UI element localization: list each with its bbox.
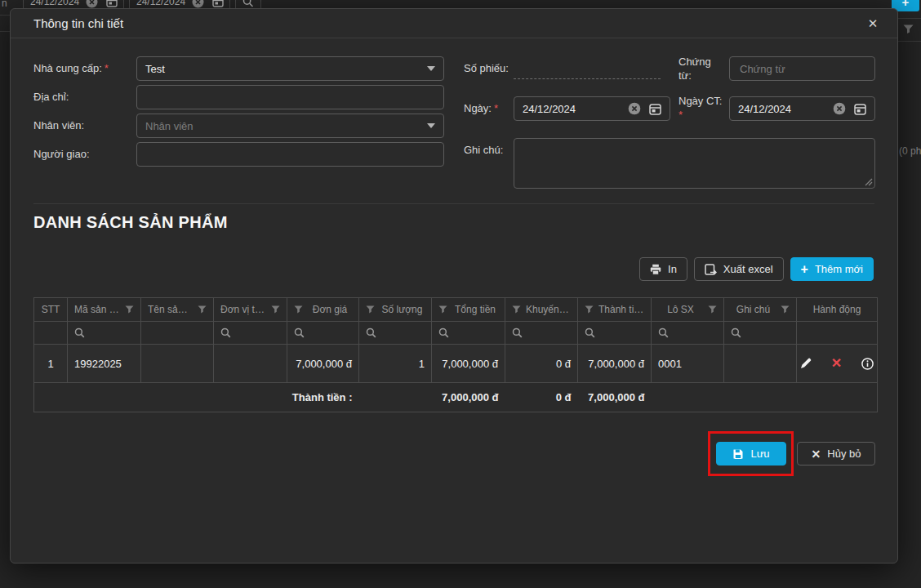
document-field-wrap (729, 56, 875, 81)
supplier-select[interactable]: Test (136, 56, 444, 81)
employee-select[interactable]: Nhân viên (136, 114, 444, 138)
document-input[interactable] (738, 62, 866, 76)
plus-icon: + (801, 263, 808, 276)
summary-thanh-tien: 7,000,000 đ (578, 383, 652, 412)
export-excel-button[interactable]: Xuất excel (694, 257, 784, 281)
filter-cell-ma[interactable] (68, 322, 141, 345)
cancel-button[interactable]: ✕ Hủy bỏ (797, 442, 875, 466)
address-input[interactable] (145, 91, 435, 105)
date-input[interactable]: 24/12/2024 (514, 96, 670, 121)
cell-stt: 1 (34, 345, 68, 383)
date-value: 24/12/2024 (523, 103, 576, 115)
col-ma-san-pham[interactable]: Mã sản ph... (68, 298, 141, 322)
clear-icon[interactable] (628, 102, 641, 115)
filter-cell-ten[interactable] (141, 322, 214, 345)
filter-icon[interactable] (512, 305, 521, 314)
document-date-input[interactable]: 24/12/2024 (729, 96, 875, 121)
printer-icon (650, 264, 661, 275)
info-icon (861, 358, 874, 370)
filter-icon[interactable] (781, 305, 790, 314)
filter-cell-khuyen-mai[interactable] (505, 322, 578, 345)
col-so-luong[interactable]: Số lượng (359, 298, 432, 322)
search-icon (74, 327, 85, 338)
calendar-icon[interactable] (854, 103, 866, 115)
employee-label: Nhân viên: (33, 114, 84, 138)
col-ghi-chu[interactable]: Ghi chú (724, 298, 797, 322)
bg-right-row-line (898, 41, 921, 42)
filter-icon[interactable] (271, 305, 280, 314)
filter-icon[interactable] (294, 305, 303, 314)
add-new-button[interactable]: + Thêm mới (790, 257, 874, 281)
info-row-button[interactable] (861, 358, 874, 370)
document-date-label: Ngày CT:* (679, 94, 723, 122)
search-icon (658, 327, 669, 338)
summary-label: Thành tiền : (34, 383, 359, 412)
delete-row-button[interactable]: ✕ (831, 357, 842, 370)
filter-cell-dvt[interactable] (214, 322, 287, 345)
screen: { "background": { "left_sliver_text": "n… (0, 0, 921, 588)
cell-hanh-dong: ✕ (797, 345, 878, 383)
calendar-icon[interactable] (212, 0, 224, 7)
print-button[interactable]: In (639, 257, 687, 281)
required-asterisk: * (494, 102, 498, 114)
filter-cell-tong-tien[interactable] (432, 322, 505, 345)
receipt-readonly-field (514, 56, 661, 79)
bg-right-partial-count: (0 phi (899, 145, 921, 157)
search-icon (366, 327, 376, 338)
cell-so-luong: 1 (359, 345, 432, 383)
section-divider (33, 203, 874, 204)
filter-cell-so-luong[interactable] (359, 322, 432, 345)
close-icon[interactable]: ✕ (865, 16, 881, 32)
col-tong-tien[interactable]: Tổng tiền (432, 298, 505, 322)
calendar-icon[interactable] (649, 103, 661, 115)
receipt-label: Số phiếu: (464, 56, 509, 81)
deliverer-input[interactable] (145, 148, 435, 162)
bg-left-sliver-text: n (2, 0, 7, 9)
search-icon (242, 0, 254, 8)
save-button[interactable]: Lưu (716, 442, 786, 466)
export-excel-label: Xuất excel (723, 263, 773, 275)
save-icon (732, 448, 744, 460)
filter-icon[interactable] (585, 305, 594, 314)
col-don-vi-tinh[interactable]: Đơn vị tính (214, 298, 287, 322)
col-don-gia[interactable]: Đơn giá (287, 298, 359, 322)
filter-cell-lo-sx[interactable] (652, 322, 724, 345)
cell-don-gia: 7,000,000 đ (287, 345, 359, 383)
col-lo-sx[interactable]: Lô SX (652, 298, 724, 322)
bg-left-row-line (0, 31, 10, 32)
bg-filter-icon[interactable] (903, 24, 914, 34)
cell-ma-san-pham: 19922025 (68, 345, 141, 383)
clear-icon[interactable] (86, 0, 98, 8)
col-ten-san-pham[interactable]: Tên sản ph... (141, 298, 214, 322)
table-summary-row: Thành tiền : 7,000,000 đ 0 đ 7,000,000 đ (34, 383, 878, 412)
search-icon (438, 327, 449, 338)
resize-grip-icon[interactable] (865, 178, 873, 186)
filter-cell-ghi-chu[interactable] (724, 322, 797, 345)
note-textarea[interactable] (514, 138, 875, 189)
summary-spacer (359, 383, 432, 412)
filter-icon[interactable] (125, 305, 134, 314)
search-icon (220, 327, 231, 338)
modal-title: Thông tin chi tiết (33, 9, 123, 38)
col-hanh-dong: Hành động (797, 298, 878, 322)
clear-icon[interactable] (192, 0, 204, 8)
plus-icon: + (902, 0, 910, 9)
filter-icon[interactable] (198, 305, 207, 314)
address-label: Địa chỉ: (33, 85, 69, 109)
filter-icon[interactable] (708, 305, 717, 314)
filter-cell-thanh-tien[interactable] (578, 322, 652, 345)
search-icon (294, 327, 305, 338)
deliverer-label: Người giao: (33, 142, 90, 167)
calendar-icon[interactable] (106, 0, 118, 7)
edit-row-button[interactable] (800, 358, 812, 369)
filter-cell-don-gia[interactable] (287, 322, 359, 345)
filter-icon[interactable] (438, 305, 447, 314)
summary-tong-tien: 7,000,000 đ (432, 383, 505, 412)
required-asterisk: * (105, 62, 109, 74)
filter-icon[interactable] (366, 305, 375, 314)
col-khuyen-mai[interactable]: Khuyến mại (505, 298, 578, 322)
bg-date-to-value: 24/12/2024 (136, 0, 185, 7)
col-thanh-tien[interactable]: Thành tiền (578, 298, 652, 322)
clear-icon[interactable] (833, 102, 846, 115)
table-row[interactable]: 1 19922025 7,000,000 đ 1 7,000,000 đ 0 đ… (34, 345, 878, 383)
